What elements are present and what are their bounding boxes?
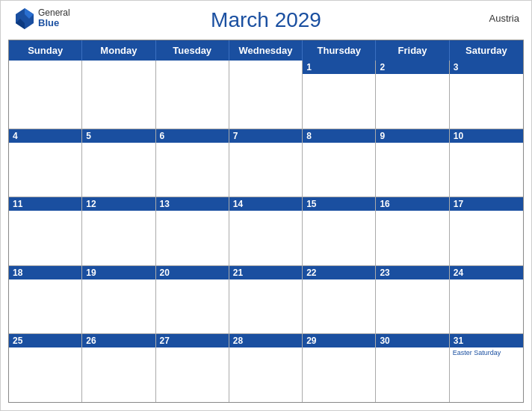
day-number: 4 <box>9 129 81 143</box>
calendar-title: March 2029 <box>211 8 321 32</box>
week-row-1: 123 <box>9 61 523 129</box>
day-cell-0-5: 2 <box>376 61 449 129</box>
day-number: 30 <box>376 334 448 347</box>
day-number: 8 <box>303 129 375 143</box>
day-number: 28 <box>229 334 302 347</box>
header-sunday: Sunday <box>9 40 82 61</box>
day-cell-1-0: 4 <box>9 129 82 197</box>
logo: General Blue <box>13 7 70 31</box>
day-number: 15 <box>303 197 375 211</box>
day-cell-2-3: 14 <box>229 197 303 265</box>
day-number: 27 <box>156 334 229 347</box>
day-number: 21 <box>229 266 302 279</box>
day-cell-4-5: 30 <box>376 334 449 402</box>
day-cell-3-4: 22 <box>303 266 376 334</box>
header-saturday: Saturday <box>450 40 523 61</box>
day-cell-4-6: 31Easter Saturday <box>450 334 523 402</box>
day-number: 23 <box>376 266 448 279</box>
day-cell-0-6: 3 <box>450 61 523 129</box>
week-row-4: 18192021222324 <box>9 266 523 335</box>
day-number: 18 <box>9 266 81 279</box>
week-row-3: 11121314151617 <box>9 197 523 266</box>
day-cell-4-1: 26 <box>82 334 155 402</box>
day-cell-4-0: 25 <box>9 334 82 402</box>
header-wednesday: Wednesday <box>229 40 303 61</box>
day-number: 11 <box>9 197 81 211</box>
day-cell-3-0: 18 <box>9 266 82 334</box>
day-number: 22 <box>303 266 375 279</box>
day-cell-0-1 <box>82 61 155 129</box>
header-monday: Monday <box>82 40 155 61</box>
day-cell-1-5: 9 <box>376 129 449 197</box>
week-row-5: 25262728293031Easter Saturday <box>9 334 523 402</box>
day-number: 24 <box>450 266 523 279</box>
day-number: 13 <box>156 197 229 211</box>
day-number: 25 <box>9 334 81 347</box>
day-headers-row: Sunday Monday Tuesday Wednesday Thursday… <box>9 40 523 61</box>
day-cell-4-4: 29 <box>303 334 376 402</box>
day-cell-3-5: 23 <box>376 266 449 334</box>
day-cell-1-6: 10 <box>450 129 523 197</box>
day-cell-0-0 <box>9 61 82 129</box>
day-number: 29 <box>303 334 375 347</box>
day-number: 20 <box>156 266 229 279</box>
logo-text: General Blue <box>38 8 70 28</box>
day-number: 17 <box>450 197 523 211</box>
logo-line2: Blue <box>38 18 70 28</box>
day-number: 31 <box>450 334 523 347</box>
day-cell-4-2: 27 <box>156 334 229 402</box>
day-cell-3-3: 21 <box>229 266 303 334</box>
holiday-label: Easter Saturday <box>450 347 523 358</box>
day-cell-2-5: 16 <box>376 197 449 265</box>
day-cell-2-4: 15 <box>303 197 376 265</box>
day-number: 6 <box>156 129 229 143</box>
day-cell-1-1: 5 <box>82 129 155 197</box>
day-cell-4-3: 28 <box>229 334 303 402</box>
day-number: 12 <box>82 197 155 211</box>
day-cell-2-2: 13 <box>156 197 229 265</box>
day-number: 2 <box>376 61 448 74</box>
day-cell-3-1: 19 <box>82 266 155 334</box>
day-number: 10 <box>450 129 523 143</box>
header-friday: Friday <box>376 40 449 61</box>
day-number: 7 <box>229 129 302 143</box>
day-number: 9 <box>376 129 448 143</box>
day-number: 16 <box>376 197 448 211</box>
day-number: 26 <box>82 334 155 347</box>
header-thursday: Thursday <box>303 40 376 61</box>
country-label: Austria <box>489 13 519 24</box>
day-cell-0-2 <box>156 61 229 129</box>
day-cell-3-6: 24 <box>450 266 523 334</box>
day-cell-0-3 <box>229 61 303 129</box>
week-row-2: 45678910 <box>9 129 523 198</box>
day-cell-1-2: 6 <box>156 129 229 197</box>
day-number: 14 <box>229 197 302 211</box>
logo-icon <box>13 7 37 31</box>
day-number: 19 <box>82 266 155 279</box>
calendar-grid-container: Sunday Monday Tuesday Wednesday Thursday… <box>8 40 524 403</box>
calendar-header: General Blue March 2029 Austria <box>1 1 531 35</box>
day-cell-1-4: 8 <box>303 129 376 197</box>
day-number: 1 <box>303 61 375 74</box>
day-number: 3 <box>450 61 523 74</box>
day-cell-0-4: 1 <box>303 61 376 129</box>
day-cell-2-1: 12 <box>82 197 155 265</box>
header-tuesday: Tuesday <box>156 40 229 61</box>
day-cell-3-2: 20 <box>156 266 229 334</box>
day-cell-2-6: 17 <box>450 197 523 265</box>
day-cell-1-3: 7 <box>229 129 303 197</box>
day-cell-2-0: 11 <box>9 197 82 265</box>
calendar: General Blue March 2029 Austria Sunday M… <box>0 0 532 411</box>
day-number: 5 <box>82 129 155 143</box>
weeks-container: 1234567891011121314151617181920212223242… <box>9 61 523 402</box>
